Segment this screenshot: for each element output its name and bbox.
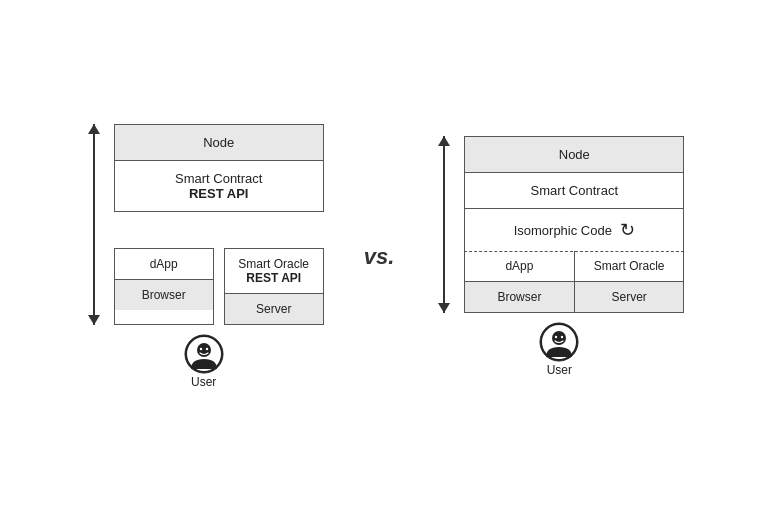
left-dapp-label: dApp bbox=[115, 249, 213, 280]
right-user-label: User bbox=[547, 363, 572, 377]
left-user-face-icon bbox=[183, 333, 225, 375]
svg-point-8 bbox=[555, 336, 557, 338]
right-stack: Node Smart Contract Isomorphic Code ↻ bbox=[464, 136, 684, 313]
left-browser-label: Browser bbox=[115, 280, 213, 310]
right-dapp-cell: dApp Browser bbox=[465, 251, 573, 312]
right-browser-box: Browser bbox=[465, 282, 573, 312]
right-user: User bbox=[538, 321, 580, 377]
left-diagram: Node Smart Contract REST API dApp bbox=[84, 124, 324, 389]
right-main-box: Node Smart Contract Isomorphic Code ↻ bbox=[464, 136, 684, 313]
right-oracle-cell: Smart Oracle Server bbox=[575, 251, 683, 312]
left-top-outer: Node Smart Contract REST API bbox=[114, 124, 324, 212]
left-user-label: User bbox=[191, 375, 216, 389]
left-api-bold: REST API bbox=[189, 186, 248, 201]
left-node-box: Node bbox=[115, 125, 323, 161]
right-node-box: Node bbox=[465, 137, 683, 173]
svg-point-3 bbox=[200, 348, 202, 350]
left-dapp-group: dApp Browser bbox=[114, 248, 214, 325]
right-arrow bbox=[434, 136, 454, 313]
left-oracle-label: Smart Oracle REST API bbox=[225, 249, 323, 294]
main-container: Node Smart Contract REST API dApp bbox=[0, 0, 768, 513]
right-dapp-box: dApp bbox=[465, 251, 573, 282]
right-node-label: Node bbox=[559, 147, 590, 162]
left-node-label: Node bbox=[203, 135, 234, 150]
left-server-label: Server bbox=[225, 294, 323, 324]
svg-point-9 bbox=[561, 336, 563, 338]
right-smart-contract-box: Smart Contract bbox=[465, 173, 683, 209]
right-server-box: Server bbox=[575, 282, 683, 312]
right-user-face-icon bbox=[538, 321, 580, 363]
right-smart-contract-label: Smart Contract bbox=[531, 183, 618, 198]
left-stack: Node Smart Contract REST API dApp bbox=[114, 124, 324, 325]
refresh-icon: ↻ bbox=[620, 219, 635, 241]
right-bottom-row: dApp Browser Smart Oracle bbox=[465, 251, 683, 312]
right-isomorphic-box: Isomorphic Code ↻ bbox=[464, 208, 684, 252]
left-bottom-row: dApp Browser Smart Oracle REST API bbox=[114, 248, 324, 325]
right-isomorphic-label: Isomorphic Code bbox=[514, 223, 612, 238]
left-user: User bbox=[183, 333, 225, 389]
left-api-label: Smart Contract bbox=[175, 171, 262, 186]
svg-point-4 bbox=[206, 348, 208, 350]
right-diagram: Node Smart Contract Isomorphic Code ↻ bbox=[434, 136, 684, 377]
right-oracle-box: Smart Oracle bbox=[575, 251, 683, 282]
left-api-box: Smart Contract REST API bbox=[115, 161, 323, 211]
vs-label: vs. bbox=[354, 244, 405, 270]
left-arrow bbox=[84, 124, 104, 325]
left-oracle-group: Smart Oracle REST API Server bbox=[224, 248, 324, 325]
